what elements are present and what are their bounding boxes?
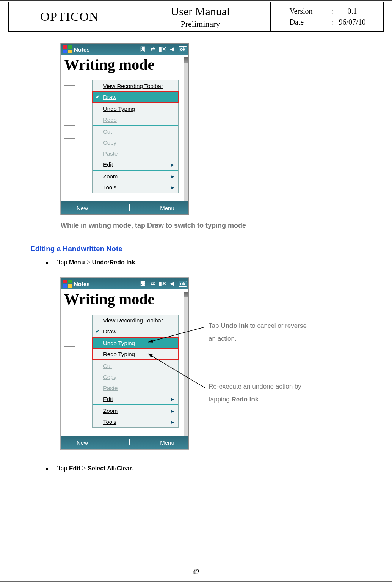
doc-header: OPTICON User Manual Preliminary Version … xyxy=(8,2,384,32)
window-titlebar: Notes 囲 ⇄ ▮✕ ◀ ok xyxy=(61,44,188,55)
ruled-line xyxy=(64,112,75,112)
keyboard-icon xyxy=(120,439,130,445)
colon: : xyxy=(331,7,339,16)
brand-cell: OPTICON xyxy=(9,2,130,31)
menu-item-draw[interactable]: Draw xyxy=(93,326,178,337)
doc-subtitle: Preliminary xyxy=(130,18,270,29)
ok-button[interactable]: ok xyxy=(179,281,187,287)
sip-button[interactable] xyxy=(103,439,146,447)
scrollbar-thumb[interactable] xyxy=(184,57,188,63)
signal-icon[interactable]: ▮✕ xyxy=(159,280,166,287)
app-title: Notes xyxy=(74,46,90,53)
ime-icon[interactable]: 囲 xyxy=(139,46,147,53)
menu-item-redo: Redo xyxy=(93,114,178,125)
handwriting-text: Writing mode xyxy=(64,292,184,307)
menu-item-view-recording-toolbar[interactable]: View Recording Toolbar xyxy=(93,315,178,326)
softkey-new[interactable]: New xyxy=(61,205,103,211)
submenu-arrow-icon: ▸ xyxy=(171,184,174,191)
version-label: Version xyxy=(289,7,331,16)
title-cell: User Manual Preliminary xyxy=(130,2,271,31)
ruled-line xyxy=(64,346,75,347)
menu-item-edit[interactable]: Edit▸ xyxy=(93,393,178,404)
menu-item-copy: Copy xyxy=(93,137,178,148)
softkey-new[interactable]: New xyxy=(61,439,103,446)
sip-button[interactable] xyxy=(103,204,146,212)
menu-item-cut: Cut xyxy=(93,360,178,371)
note-canvas[interactable]: Writing mode View Recording Toolbar Draw… xyxy=(61,57,188,201)
menu-item-zoom[interactable]: Zoom▸ xyxy=(93,405,178,416)
start-icon[interactable] xyxy=(63,45,72,53)
ruled-line xyxy=(64,85,75,86)
screenshot-1: Notes 囲 ⇄ ▮✕ ◀ ok Writing mode View Reco… xyxy=(61,43,189,215)
context-menu: View Recording Toolbar Draw Undo Typing … xyxy=(92,80,179,193)
menu-item-paste: Paste xyxy=(93,382,178,393)
submenu-arrow-icon: ▸ xyxy=(171,418,174,425)
ruled-line xyxy=(64,333,75,333)
menu-item-cut: Cut xyxy=(93,126,178,137)
brand-text: OPTICON xyxy=(40,9,99,24)
menu-item-paste: Paste xyxy=(93,148,178,159)
callout-undo: Tap Undo Ink to cancel or reverse an act… xyxy=(209,319,307,345)
section-heading: Editing a Handwritten Note xyxy=(30,245,392,253)
date-label: Date xyxy=(289,18,331,27)
ruled-line xyxy=(64,373,75,373)
menu-item-undo-typing[interactable]: Undo Typing xyxy=(93,338,178,349)
callout-redo: Re-execute an undone action by tapping R… xyxy=(209,380,307,406)
menu-item-view-recording-toolbar[interactable]: View Recording Toolbar xyxy=(93,80,178,91)
ruled-line xyxy=(64,320,75,320)
keyboard-icon xyxy=(120,204,130,211)
colon: : xyxy=(331,18,339,27)
ruled-line xyxy=(64,99,75,99)
signal-icon[interactable]: ▮✕ xyxy=(159,46,166,53)
submenu-arrow-icon: ▸ xyxy=(171,396,174,403)
submenu-arrow-icon: ▸ xyxy=(171,161,174,168)
ime-icon[interactable]: 囲 xyxy=(139,280,147,287)
menu-item-undo-typing[interactable]: Undo Typing xyxy=(93,103,178,114)
menu-item-redo-typing[interactable]: Redo Typing xyxy=(93,349,178,360)
ok-button[interactable]: ok xyxy=(179,46,187,52)
context-menu: View Recording Toolbar Draw Undo Typing … xyxy=(92,315,179,428)
ruled-line xyxy=(64,125,75,126)
menu-item-tools[interactable]: Tools▸ xyxy=(93,182,178,193)
note-canvas[interactable]: Writing mode View Recording Toolbar Draw… xyxy=(61,292,188,436)
ruled-line xyxy=(64,138,75,139)
softkey-menu[interactable]: Menu xyxy=(146,439,188,446)
doc-title: User Manual xyxy=(130,5,270,18)
connectivity-icon[interactable]: ⇄ xyxy=(149,46,157,53)
volume-icon[interactable]: ◀ xyxy=(169,280,176,287)
date-value: 96/07/10 xyxy=(339,18,365,27)
menu-item-draw[interactable]: Draw xyxy=(93,91,178,102)
ruled-line xyxy=(64,360,75,360)
menu-item-copy: Copy xyxy=(93,371,178,382)
volume-icon[interactable]: ◀ xyxy=(169,46,176,53)
app-title: Notes xyxy=(74,281,90,287)
bullet-item: Tap Edit > Select All/Clear. xyxy=(45,464,392,472)
window-titlebar: Notes 囲 ⇄ ▮✕ ◀ ok xyxy=(61,278,188,289)
version-value: 0.1 xyxy=(339,7,365,16)
meta-cell: Version : 0.1 Date : 96/07/10 xyxy=(271,2,384,31)
figure-caption-1: While in writing mode, tap Draw to switc… xyxy=(61,222,392,230)
bullet-item: Tap Menu > Undo/Redo Ink. xyxy=(45,258,392,266)
softkey-menu[interactable]: Menu xyxy=(146,205,188,211)
menu-item-zoom[interactable]: Zoom▸ xyxy=(93,171,178,182)
soft-key-bar: New Menu xyxy=(61,201,188,214)
soft-key-bar: New Menu xyxy=(61,436,188,449)
menu-item-edit[interactable]: Edit▸ xyxy=(93,159,178,170)
handwriting-text: Writing mode xyxy=(64,57,184,72)
submenu-arrow-icon: ▸ xyxy=(171,173,174,180)
page-number: 42 xyxy=(0,568,392,576)
menu-item-tools[interactable]: Tools▸ xyxy=(93,416,178,427)
start-icon[interactable] xyxy=(63,280,72,288)
scrollbar-thumb[interactable] xyxy=(184,292,188,297)
screenshot-2: Notes 囲 ⇄ ▮✕ ◀ ok Writing mode View Reco… xyxy=(61,278,189,449)
submenu-arrow-icon: ▸ xyxy=(171,407,174,414)
connectivity-icon[interactable]: ⇄ xyxy=(149,280,157,287)
